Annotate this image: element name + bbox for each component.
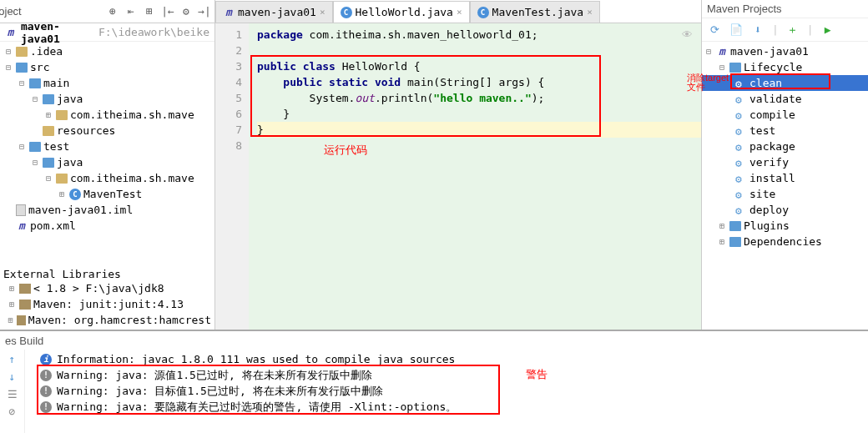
gear-icon: ⚙ <box>735 157 747 169</box>
expander-icon[interactable]: ⊟ <box>3 63 13 72</box>
maven-panel: Maven Projects ⟳ 📄 ⬇ | ＋ | ▶ ⊟mmaven-jav… <box>701 0 868 330</box>
info-icon: i <box>40 354 52 365</box>
warning-annotation: 警告 <box>526 366 548 382</box>
java-file-icon: C <box>341 7 352 18</box>
project-label: oject <box>3 5 17 18</box>
editor-area: mmaven-java01×CHelloWorld.java×CMavenTes… <box>215 0 701 330</box>
tree-item[interactable]: ⊞com.itheima.sh.mave <box>0 107 214 123</box>
dependencies-node[interactable]: ⊞Dependencies <box>702 234 868 249</box>
clean-annotation: 消除target文件 <box>687 73 733 92</box>
download-icon[interactable]: ⬇ <box>750 23 765 38</box>
filter-icon[interactable]: ☰ <box>8 388 18 400</box>
lifecycle-verify[interactable]: ⚙verify <box>702 154 868 170</box>
tree-item[interactable]: maven-java01.iml <box>0 202 214 218</box>
folder-icon <box>56 110 68 120</box>
stop-icon[interactable]: ⊘ <box>9 405 16 418</box>
maven-icon: m <box>223 7 235 18</box>
warning-icon: ! <box>40 370 52 381</box>
folder-icon <box>16 63 28 73</box>
lifecycle-validate[interactable]: ⚙validate <box>702 91 868 107</box>
build-messages[interactable]: i Information: javac 1.8.0_111 was used … <box>25 350 868 433</box>
folder-icon <box>29 142 41 152</box>
expander-icon[interactable]: ⊟ <box>17 78 27 88</box>
warning-row[interactable]: !Warning: java: 要隐藏有关已过时选项的警告, 请使用 -Xlin… <box>40 399 868 415</box>
maven-tree[interactable]: ⊟mmaven-java01 ⊟Lifecycle ⚙clean⚙validat… <box>702 42 868 330</box>
tree-item[interactable]: resources <box>0 123 214 138</box>
expander-icon[interactable]: ⊟ <box>43 174 53 183</box>
code-editor[interactable]: 12345678 package com.itheima.sh.maven_he… <box>215 23 701 330</box>
tree-item[interactable]: ⊟java <box>0 154 214 170</box>
project-panel: oject ⊕ ⇤ ⊞ |← ⚙ →| m maven-java01 F:\id… <box>0 0 215 330</box>
refresh-icon[interactable]: ⟳ <box>707 23 722 38</box>
tree-item[interactable]: mpom.xml <box>0 218 214 234</box>
info-row[interactable]: i Information: javac 1.8.0_111 was used … <box>40 351 868 367</box>
lifecycle-package[interactable]: ⚙package <box>702 138 868 154</box>
folder-icon <box>16 47 28 57</box>
expander-icon[interactable]: ⊟ <box>17 142 27 151</box>
warning-icon: ! <box>40 401 52 413</box>
tree-item[interactable]: ⊟test <box>0 138 214 154</box>
warning-row[interactable]: !Warning: java: 源值1.5已过时, 将在未来所有发行版中删除 <box>40 367 868 383</box>
java-file-icon: C <box>477 7 489 18</box>
tree-item[interactable]: ⊟src <box>0 59 214 75</box>
hide-icon[interactable]: →| <box>198 5 211 18</box>
expand-icon[interactable]: ⊞ <box>143 5 156 18</box>
expander-icon[interactable]: ⊟ <box>30 94 40 103</box>
expander-icon[interactable]: ⊞ <box>43 110 53 119</box>
tree-item[interactable]: ⊞CMavenTest <box>0 186 214 202</box>
editor-tab[interactable]: mmaven-java01× <box>215 1 333 23</box>
gear-icon: ⚙ <box>735 189 747 200</box>
editor-tab[interactable]: CMavenTest.java× <box>470 1 600 23</box>
code-body[interactable]: package com.itheima.sh.maven_helloworld_… <box>249 23 701 330</box>
gear-icon: ⚙ <box>735 125 747 137</box>
library-icon <box>19 284 31 294</box>
library-item[interactable]: ⊞< 1.8 > F:\java\jdk8 <box>3 280 211 296</box>
tree-item[interactable]: ⊟com.itheima.sh.mave <box>0 170 214 186</box>
close-icon[interactable]: × <box>457 7 462 18</box>
down-arrow-icon[interactable]: ↓ <box>9 370 16 383</box>
external-libraries-title[interactable]: External Libraries <box>3 268 211 280</box>
build-title: es Build <box>0 331 868 350</box>
maven-icon: m <box>5 27 16 38</box>
close-icon[interactable]: × <box>320 7 326 18</box>
gear-icon[interactable]: ⚙ <box>179 5 193 18</box>
folder-icon <box>56 174 68 184</box>
run-code-annotation: 运行代码 <box>324 142 367 158</box>
library-item[interactable]: ⊞Maven: org.hamcrest:hamcrest <box>3 312 211 328</box>
warning-icon: ! <box>40 385 52 397</box>
expander-icon[interactable]: ⊟ <box>30 158 40 167</box>
library-item[interactable]: ⊞Maven: junit:junit:4.13 <box>3 296 211 312</box>
gear-icon: ⚙ <box>735 141 747 153</box>
lifecycle-deploy[interactable]: ⚙deploy <box>702 202 868 218</box>
expander-icon[interactable]: ⊟ <box>3 47 13 56</box>
split-icon[interactable]: |← <box>161 5 174 18</box>
folder-icon <box>43 94 54 104</box>
lifecycle-site[interactable]: ⚙site <box>702 186 868 202</box>
editor-tabs: mmaven-java01×CHelloWorld.java×CMavenTes… <box>215 0 701 23</box>
project-tree[interactable]: ⊟.idea⊟src⊟main⊟java⊞com.itheima.sh.mave… <box>0 42 214 266</box>
inspection-eye-icon[interactable]: 👁 <box>682 28 693 41</box>
run-icon[interactable]: ▶ <box>820 23 835 38</box>
editor-tab[interactable]: CHelloWorld.java× <box>333 1 470 23</box>
warning-row[interactable]: !Warning: java: 目标值1.5已过时, 将在未来所有发行版中删除 <box>40 383 868 399</box>
library-icon <box>17 315 26 325</box>
tree-item[interactable]: ⊟java <box>0 91 214 107</box>
target-icon[interactable]: ⊕ <box>106 5 119 18</box>
lifecycle-test[interactable]: ⚙test <box>702 123 868 138</box>
add-icon[interactable]: ＋ <box>785 23 800 38</box>
generate-icon[interactable]: 📄 <box>729 23 744 38</box>
tree-item[interactable]: ⊟.idea <box>0 43 214 59</box>
expander-icon[interactable]: ⊞ <box>57 189 67 199</box>
maven-panel-title: Maven Projects <box>702 0 868 18</box>
breadcrumb: m maven-java01 F:\ideawork\beike <box>0 23 214 42</box>
close-icon[interactable]: × <box>587 7 593 18</box>
lifecycle-compile[interactable]: ⚙compile <box>702 107 868 123</box>
lifecycle-install[interactable]: ⚙install <box>702 170 868 186</box>
up-arrow-icon[interactable]: ↑ <box>9 353 16 365</box>
collapse-icon[interactable]: ⇤ <box>124 5 138 18</box>
plugins-node[interactable]: ⊞Plugins <box>702 218 868 234</box>
maven-project-node[interactable]: ⊟mmaven-java01 <box>702 43 868 59</box>
tree-item[interactable]: ⊟main <box>0 75 214 91</box>
breadcrumb-project: maven-java01 <box>21 20 93 45</box>
gear-icon: ⚙ <box>735 173 747 184</box>
